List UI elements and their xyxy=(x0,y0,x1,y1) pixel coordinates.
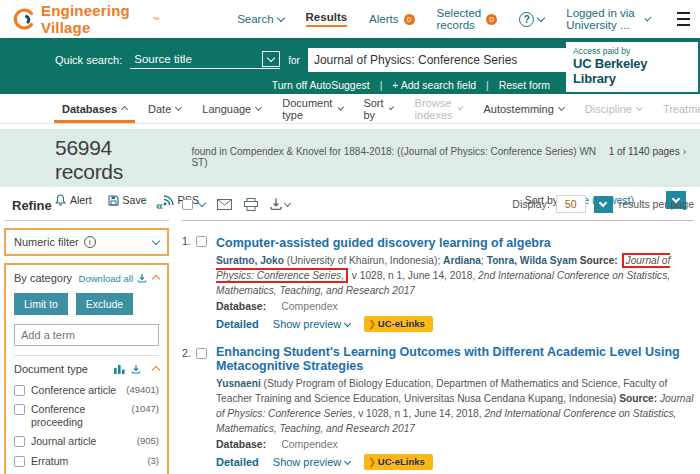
chevron-down-icon xyxy=(284,199,291,206)
result-title-link[interactable]: Enhancing Student's Learning Outcomes wi… xyxy=(216,345,694,373)
facet-item: Erratum (3) xyxy=(14,452,159,471)
select-options-chevron-icon[interactable] xyxy=(198,199,206,207)
database-value: Compendex xyxy=(281,438,338,450)
hamburger-menu-icon[interactable] xyxy=(677,8,690,30)
download-all-link[interactable]: Download all xyxy=(79,273,147,284)
limit-to-button[interactable]: Limit to xyxy=(14,293,68,315)
nav-results[interactable]: Results xyxy=(306,11,348,27)
detailed-link[interactable]: Detailed xyxy=(216,318,259,330)
result-checkbox[interactable] xyxy=(196,236,207,247)
arrow-right-icon: ❯ xyxy=(368,319,376,329)
engineering-village-app: Engineering Village ™ Search Results Ale… xyxy=(0,0,700,474)
checkbox[interactable] xyxy=(14,385,25,396)
uc-elinks-button[interactable]: ❯UC-eLinks xyxy=(364,316,433,332)
show-preview-link[interactable]: Show preview xyxy=(273,318,350,330)
add-term-input[interactable] xyxy=(14,324,159,346)
search-field-select[interactable]: Source title xyxy=(130,51,280,69)
main-content: Refine « Numeric filter i By category Do… xyxy=(0,187,700,474)
by-category-section: By category Download all Limit to Exclud… xyxy=(4,263,169,474)
nav-alerts[interactable]: Alerts0 xyxy=(369,13,414,25)
facet-document-type: Document type Conference article (49401) xyxy=(14,355,159,474)
detailed-link[interactable]: Detailed xyxy=(216,456,259,468)
chevron-down-icon xyxy=(175,104,182,111)
next-page-arrow[interactable]: › xyxy=(683,146,686,157)
filter-databases[interactable]: Databases xyxy=(62,94,127,123)
nav-selected-records[interactable]: Selected records0 xyxy=(437,7,498,31)
filter-language[interactable]: Language xyxy=(202,94,261,123)
search-query-input[interactable] xyxy=(308,48,578,72)
chevron-down-icon xyxy=(599,199,607,207)
result-item-2: 2. Enhancing Student's Learning Outcomes… xyxy=(182,345,694,470)
results-per-page-dropdown[interactable] xyxy=(594,196,613,213)
checkbox[interactable] xyxy=(14,456,25,467)
records-found-text: found in Compendex & Knovel for 1884-201… xyxy=(191,146,608,168)
records-count: 56994 records xyxy=(55,136,183,184)
nav-help[interactable]: ? xyxy=(519,12,544,27)
chevron-up-icon[interactable] xyxy=(152,275,160,283)
search-field-value: Source title xyxy=(130,51,262,67)
reset-form-link[interactable]: Reset form xyxy=(499,79,550,91)
pagination-status[interactable]: 1 of 1140 pages› xyxy=(609,146,686,157)
chevron-down-icon xyxy=(558,104,565,111)
facet-title: Document type xyxy=(14,363,88,375)
uc-elinks-button[interactable]: ❯UC-eLinks xyxy=(364,454,433,470)
download-icon[interactable] xyxy=(131,364,141,374)
collapse-sidebar-icon[interactable]: « xyxy=(156,198,161,213)
chevron-down-icon xyxy=(267,54,275,62)
turn-off-autosuggest-link[interactable]: Turn off AutoSuggest xyxy=(272,79,370,91)
bar-chart-icon[interactable] xyxy=(114,364,125,374)
result-item-1: 1. Computer-assisted guided discovery le… xyxy=(182,233,694,332)
chevron-down-icon xyxy=(636,104,643,111)
chevron-down-icon xyxy=(344,458,351,465)
alerts-count-badge: 0 xyxy=(404,14,415,25)
access-paid-by-label: Access paid by xyxy=(573,46,691,56)
result-checkbox[interactable] xyxy=(196,348,207,359)
filters-toolbar: Databases Date Language Document type So… xyxy=(0,94,700,124)
numeric-filter-label: Numeric filter xyxy=(14,236,79,248)
result-citation: Yusnaeni (Study Program of Biology Educa… xyxy=(216,377,694,436)
download-icon[interactable] xyxy=(270,198,290,210)
nav-search[interactable]: Search xyxy=(237,13,283,25)
access-paid-by-box: Access paid by UC Berkeley Library xyxy=(566,42,698,92)
by-category-label: By category xyxy=(14,272,72,284)
chevron-down-icon xyxy=(458,105,464,111)
brand-logo[interactable]: Engineering Village ™ xyxy=(12,2,159,36)
arrow-right-icon: ❯ xyxy=(368,457,376,467)
select-chevron-box[interactable] xyxy=(262,51,280,67)
top-header: Engineering Village ™ Search Results Ale… xyxy=(0,0,700,38)
quick-search-label: Quick search: xyxy=(55,54,122,66)
top-nav: Search Results Alerts0 Selected records0… xyxy=(237,7,690,31)
facet-item: Journal article (905) xyxy=(14,432,159,451)
checkbox[interactable] xyxy=(14,436,25,447)
database-value: Compendex xyxy=(281,300,338,312)
library-name: UC Berkeley Library xyxy=(573,56,691,86)
display-control: Display: 50 results per page xyxy=(512,195,694,213)
chevron-down-icon xyxy=(389,105,395,111)
chevron-up-icon xyxy=(121,106,128,113)
show-preview-link[interactable]: Show preview xyxy=(273,456,350,468)
email-icon[interactable] xyxy=(217,199,232,210)
numeric-filter-section[interactable]: Numeric filter i xyxy=(4,228,169,256)
results-divider xyxy=(182,220,694,221)
add-search-field-link[interactable]: + Add search field xyxy=(392,79,476,91)
refine-title: Refine xyxy=(12,198,52,213)
chevron-down-icon xyxy=(644,15,651,22)
checkbox[interactable] xyxy=(14,404,25,415)
database-label: Database: xyxy=(216,438,266,450)
result-title-link[interactable]: Computer-assisted guided discovery learn… xyxy=(216,236,551,250)
print-icon[interactable] xyxy=(244,198,258,211)
filter-document-type[interactable]: Document type xyxy=(282,94,342,123)
quick-search-bar: Quick search: Source title for Turn off … xyxy=(0,38,700,94)
chevron-up-icon[interactable] xyxy=(152,366,160,374)
exclude-button[interactable]: Exclude xyxy=(76,293,133,315)
results-per-page-value[interactable]: 50 xyxy=(556,195,586,213)
filter-autostemming[interactable]: Autostemming xyxy=(483,94,563,123)
chevron-down-icon[interactable] xyxy=(152,237,160,245)
select-all-checkbox[interactable] xyxy=(182,199,193,210)
filter-date[interactable]: Date xyxy=(148,94,181,123)
info-icon[interactable]: i xyxy=(84,236,96,248)
filter-sort-by[interactable]: Sort by xyxy=(363,94,393,123)
for-label: for xyxy=(288,55,300,66)
nav-login-status[interactable]: Logged in via University ... xyxy=(566,7,649,31)
result-citation: Suratno, Joko (University of Khairun, In… xyxy=(216,254,694,298)
